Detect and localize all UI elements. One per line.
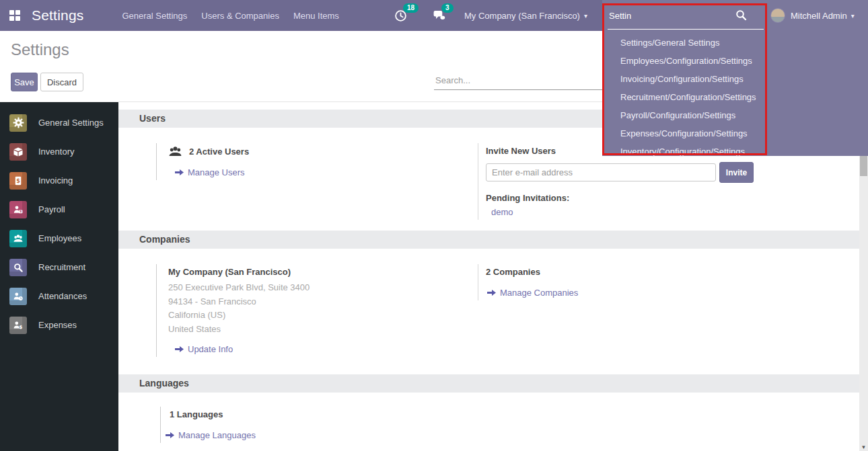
menu-search-input[interactable] [608, 4, 729, 21]
suggestion-item[interactable]: Settings/General Settings [620, 34, 756, 52]
nav-item-users-companies[interactable]: Users & Companies [201, 8, 279, 24]
menu-search-box [608, 4, 764, 30]
search-suggestions: Settings/General Settings Employees/Conf… [620, 34, 756, 161]
manage-languages-link[interactable]: Manage Languages [166, 430, 429, 440]
sidebar-item-invoicing[interactable]: $ Invoicing [0, 166, 118, 195]
sidebar-item-inventory[interactable]: Inventory [0, 137, 118, 166]
svg-text:$: $ [20, 325, 23, 330]
attendance-icon [9, 288, 27, 305]
scrollbar-down-arrow[interactable]: ▼ [859, 444, 868, 450]
page-title: Settings [11, 40, 69, 59]
suggestion-item[interactable]: Invoicing/Configuration/Settings [620, 70, 756, 88]
menu-search-dropdown: Mitchell Admin ▾ Settings/General Settin… [602, 0, 868, 156]
messages-badge: 3 [441, 3, 454, 13]
nav-item-general-settings[interactable]: General Settings [122, 8, 187, 24]
active-users-count: 2 Active Users [189, 147, 249, 157]
vertical-scrollbar[interactable]: ▼ [859, 156, 868, 451]
expenses-icon: $ [9, 317, 27, 334]
nav-item-menu-items[interactable]: Menu Items [293, 8, 339, 24]
arrow-right-icon [487, 289, 496, 296]
settings-sidebar: General Settings Inventory $ Invoicing $ [0, 102, 118, 451]
invite-email-field[interactable] [486, 163, 716, 181]
payroll-icon: $ [9, 201, 27, 218]
suggestion-item[interactable]: Inventory/Configuration/Settings [620, 142, 756, 161]
chevron-down-icon: ▾ [584, 12, 587, 19]
arrow-right-icon [175, 169, 184, 176]
activity-menu[interactable]: 18 [394, 0, 407, 31]
company-address: 250 Executive Park Blvd, Suite 3400 9413… [168, 281, 477, 336]
record-search-box [434, 71, 602, 90]
section-header-languages: Languages [118, 374, 859, 393]
sidebar-item-payroll[interactable]: $ Payroll [0, 195, 118, 224]
nav-menu: General Settings Users & Companies Menu … [122, 8, 338, 24]
save-button[interactable]: Save [11, 73, 38, 91]
messages-menu[interactable]: 3 [433, 0, 445, 31]
discard-button[interactable]: Discard [40, 73, 83, 91]
companies-count: 2 Companies [486, 267, 844, 277]
users-group-icon [168, 146, 182, 157]
sidebar-item-general-settings[interactable]: General Settings [0, 108, 118, 137]
company-name: My Company (San Francisco) [168, 267, 477, 277]
pending-user-link[interactable]: demo [491, 207, 844, 217]
app-title: Settings [32, 7, 83, 24]
users-left-pane: 2 Active Users Manage Users [156, 143, 477, 180]
employees-icon [9, 230, 27, 247]
user-name: Mitchell Admin [791, 11, 847, 21]
search-icon[interactable] [735, 9, 747, 21]
svg-text:$: $ [16, 177, 20, 183]
suggestion-item[interactable]: Employees/Configuration/Settings [620, 52, 756, 70]
invite-button[interactable]: Invite [719, 162, 754, 183]
activity-badge: 18 [403, 3, 419, 13]
update-info-link[interactable]: Update Info [175, 344, 477, 354]
recruitment-search-icon [9, 259, 27, 276]
scrollbar-thumb[interactable] [860, 156, 867, 176]
record-search-input[interactable] [434, 71, 602, 89]
manage-companies-link[interactable]: Manage Companies [487, 288, 844, 298]
suggestion-item[interactable]: Recruitment/Configuration/Settings [620, 88, 756, 106]
manage-users-link[interactable]: Manage Users [175, 167, 477, 177]
languages-pane: 1 Languages Manage Languages [160, 407, 429, 443]
svg-text:$: $ [20, 210, 22, 213]
user-menu[interactable]: Mitchell Admin ▾ [770, 0, 855, 31]
section-header-companies: Companies [118, 231, 859, 249]
apps-grid-icon[interactable] [9, 10, 20, 21]
sidebar-item-attendances[interactable]: Attendances [0, 282, 118, 311]
arrow-right-icon [175, 345, 184, 353]
chevron-down-icon: ▾ [851, 12, 855, 19]
arrow-right-icon [166, 432, 174, 439]
sidebar-item-expenses[interactable]: $ Expenses [0, 311, 118, 339]
sidebar-item-recruitment[interactable]: Recruitment [0, 253, 118, 282]
companies-right-pane: 2 Companies Manage Companies [478, 264, 844, 300]
companies-left-pane: My Company (San Francisco) 250 Executive… [156, 264, 477, 357]
suggestion-item[interactable]: Payroll/Configuration/Settings [620, 106, 756, 124]
pending-invitations-label: Pending Invitations: [486, 193, 844, 203]
inventory-box-icon [9, 143, 27, 161]
suggestion-item[interactable]: Expenses/Configuration/Settings [620, 124, 756, 142]
languages-count: 1 Languages [170, 409, 429, 419]
invoice-icon: $ [9, 172, 27, 190]
avatar [770, 8, 785, 23]
sidebar-item-employees[interactable]: Employees [0, 224, 118, 253]
company-switcher[interactable]: My Company (San Francisco) ▾ [464, 0, 587, 31]
gear-icon [9, 114, 27, 132]
